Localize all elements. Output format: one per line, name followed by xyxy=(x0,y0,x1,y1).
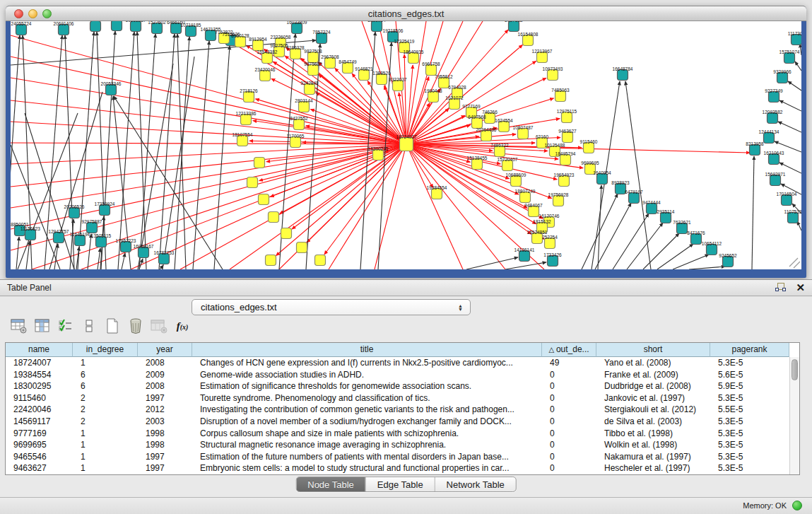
create-column-button[interactable] xyxy=(103,317,122,335)
table-cell[interactable]: 2 xyxy=(73,392,138,404)
tab-edge-table[interactable]: Edge Table xyxy=(366,477,435,491)
column-header-year[interactable]: year xyxy=(138,343,192,357)
table-cell[interactable]: 2003 xyxy=(138,416,192,428)
table-cell[interactable]: 1998 xyxy=(138,439,192,451)
table-cell[interactable]: 2008 xyxy=(138,357,192,369)
table-row[interactable]: 977716911998Corpus callosum shape and si… xyxy=(6,428,789,440)
table-cell[interactable]: 0 xyxy=(542,404,596,416)
table-cell[interactable]: 2 xyxy=(73,416,138,428)
table-cell[interactable]: 5.3E-5 xyxy=(710,357,789,369)
tab-network-table[interactable]: Network Table xyxy=(435,477,516,491)
table-selector[interactable]: citations_edges.txt ▲▼ xyxy=(192,299,471,315)
table-cell[interactable]: 1 xyxy=(73,462,138,474)
table-cell[interactable]: 5.3E-5 xyxy=(710,462,789,474)
close-panel-icon[interactable]: ✕ xyxy=(796,282,805,293)
table-cell[interactable]: 0 xyxy=(542,380,596,392)
scrollbar-thumb[interactable] xyxy=(792,359,798,380)
table-cell[interactable]: 0 xyxy=(542,369,596,381)
row-height-button[interactable] xyxy=(80,317,98,335)
table-row[interactable]: 1830029562008Estimation of significance … xyxy=(6,380,789,392)
graph-node[interactable] xyxy=(281,228,292,239)
table-cell[interactable]: 0 xyxy=(542,392,596,404)
table-cell[interactable]: 9465546 xyxy=(6,451,73,463)
table-cell[interactable]: Corpus callosum shape and size in male p… xyxy=(192,428,542,440)
table-cell[interactable]: 0 xyxy=(542,462,596,474)
table-cell[interactable]: 5.9E-5 xyxy=(710,380,789,392)
table-cell[interactable]: Genome-wide association studies in ADHD. xyxy=(192,369,542,381)
table-cell[interactable]: 1 xyxy=(73,451,138,463)
table-cell[interactable]: Jankovic et al. (1997) xyxy=(596,392,710,404)
table-cell[interactable]: 5.6E-5 xyxy=(710,369,789,381)
tab-node-table[interactable]: Node Table xyxy=(296,477,366,491)
table-row[interactable]: 946554611997Estimation of the future num… xyxy=(6,451,789,463)
table-cell[interactable]: 1 xyxy=(73,439,138,451)
table-cell[interactable]: Estimation of the future numbers of pati… xyxy=(192,451,542,463)
table-cell[interactable]: Tibbo et al. (1998) xyxy=(596,428,710,440)
graph-node[interactable] xyxy=(400,138,413,151)
table-cell[interactable]: 9699695 xyxy=(6,439,73,451)
table-cell[interactable]: Hescheler et al. (1997) xyxy=(596,462,710,474)
graph-node[interactable] xyxy=(266,255,276,266)
column-header-short[interactable]: short xyxy=(596,343,710,357)
table-cell[interactable]: 22420046 xyxy=(6,404,73,416)
float-panel-icon[interactable] xyxy=(775,282,787,293)
column-header-out_de[interactable]: △ out_de... xyxy=(542,343,596,357)
table-row[interactable]: 1456911722003Disruption of a novel membe… xyxy=(6,416,789,428)
table-cell[interactable]: 19384554 xyxy=(6,369,73,381)
table-cell[interactable]: de Silva et al. (2003) xyxy=(596,416,710,428)
table-cell[interactable]: 2009 xyxy=(138,369,192,381)
column-header-in_degree[interactable]: in_degree xyxy=(73,343,138,357)
table-cell[interactable]: 5.3E-5 xyxy=(710,451,789,463)
graph-node[interactable] xyxy=(269,212,279,223)
table-cell[interactable]: 5.3E-5 xyxy=(710,428,789,440)
select-columns-button[interactable] xyxy=(57,317,75,335)
table-cell[interactable]: 0 xyxy=(542,416,596,428)
table-cell[interactable]: Tourette syndrome. Phenomenology and cla… xyxy=(192,392,542,404)
table-cell[interactable]: Yano et al. (2008) xyxy=(596,357,710,369)
delete-column-button[interactable] xyxy=(126,317,145,335)
table-cell[interactable]: 6 xyxy=(73,380,138,392)
table-cell[interactable]: 18724007 xyxy=(6,357,73,369)
table-row[interactable]: 969969511998Structural magnetic resonanc… xyxy=(6,439,789,451)
graph-node[interactable] xyxy=(297,243,307,253)
table-cell[interactable]: 1 xyxy=(73,428,138,440)
table-cell[interactable]: 5.5E-5 xyxy=(710,404,789,416)
table-cell[interactable]: 18300295 xyxy=(6,380,73,392)
table-cell[interactable]: 0 xyxy=(542,428,596,440)
table-cell[interactable]: 5.3E-5 xyxy=(710,392,789,404)
table-row[interactable]: 1872400712008Changes of HCN gene express… xyxy=(6,357,789,369)
table-cell[interactable]: Stergiakouli et al. (2012) xyxy=(596,404,710,416)
table-cell[interactable]: Dudbridge et al. (2008) xyxy=(596,380,710,392)
table-cell[interactable]: 0 xyxy=(542,439,596,451)
table-cell[interactable]: 9463627 xyxy=(6,462,73,474)
table-row[interactable]: 1938455462009Genome-wide association stu… xyxy=(6,369,789,381)
graph-node[interactable] xyxy=(372,21,382,32)
show-columns-button[interactable] xyxy=(33,317,52,335)
table-cell[interactable]: Wolkin et al. (1998) xyxy=(596,439,710,451)
table-cell[interactable]: 2012 xyxy=(138,404,192,416)
table-mode-button[interactable] xyxy=(10,317,28,335)
table-cell[interactable]: Embryonic stem cells: a model to study s… xyxy=(192,462,542,474)
vertical-scrollbar[interactable] xyxy=(789,357,799,474)
table-cell[interactable]: Structural magnetic resonance image aver… xyxy=(192,439,542,451)
graph-node[interactable] xyxy=(315,255,326,266)
graph-node[interactable] xyxy=(90,21,101,32)
column-header-name[interactable]: name xyxy=(6,343,73,357)
table-cell[interactable]: Changes of HCN gene expression and I(f) … xyxy=(192,357,542,369)
table-cell[interactable]: 1 xyxy=(73,357,138,369)
table-cell[interactable]: 1997 xyxy=(138,451,192,463)
table-cell[interactable]: 1997 xyxy=(138,392,192,404)
table-cell[interactable]: 5.3E-5 xyxy=(710,439,789,451)
table-cell[interactable]: 9777169 xyxy=(6,428,73,440)
column-header-title[interactable]: title xyxy=(192,343,542,357)
window-titlebar[interactable]: citations_edges.txt xyxy=(6,6,806,21)
window-resize-grip[interactable] xyxy=(789,258,800,268)
graph-node[interactable] xyxy=(254,158,265,168)
graph-node[interactable] xyxy=(131,21,141,32)
table-cell[interactable]: 5.3E-5 xyxy=(710,416,789,428)
table-cell[interactable]: 1997 xyxy=(138,462,192,474)
table-cell[interactable]: 0 xyxy=(542,451,596,463)
network-canvas[interactable]: 2405572420691406106552871527602646616010… xyxy=(11,21,801,269)
table-row[interactable]: 911546021997Tourette syndrome. Phenomeno… xyxy=(6,392,789,404)
table-cell[interactable]: 1998 xyxy=(138,428,192,440)
